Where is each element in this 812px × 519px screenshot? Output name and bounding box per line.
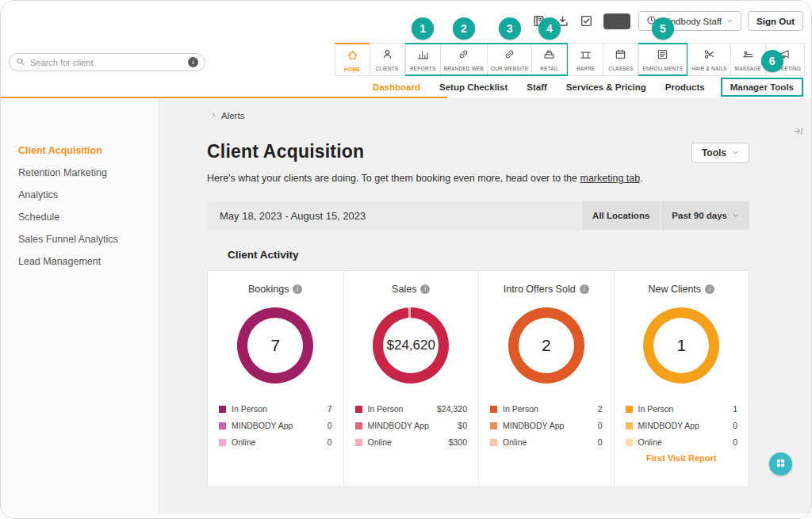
tab-clients[interactable]: CLIENTS — [370, 43, 405, 76]
tasks-icon[interactable] — [578, 13, 596, 30]
search-icon — [16, 55, 25, 70]
tab-marketing[interactable]: MARKETING6 — [765, 43, 805, 76]
header: Mindbody Staff Sign Out i HOMECLIENTSREP… — [1, 1, 811, 98]
tab-classes[interactable]: CLASSES — [603, 43, 638, 76]
donut-chart-new-clients: 1 — [643, 307, 719, 384]
calendar-icon — [615, 48, 626, 63]
legend-swatch — [490, 439, 497, 446]
legend-row: Online$300 — [355, 437, 468, 447]
tab-branded-web[interactable]: BRANDED WEB2 — [440, 44, 488, 74]
legend-label: Online — [232, 437, 255, 447]
legend-value: 0 — [327, 421, 332, 430]
breadcrumb-label: Alerts — [221, 111, 244, 120]
card-title: Sales — [392, 284, 416, 295]
person-icon — [381, 48, 393, 63]
tab-hair-nails[interactable]: HAIR & NAILS — [688, 43, 731, 76]
main-content: Alerts Client Acquisition Tools Here's w… — [159, 98, 811, 513]
subtab-manager-tools[interactable]: Manager Tools — [721, 78, 803, 97]
sidebar-item-analytics[interactable]: Analytics — [1, 184, 159, 206]
app-window: Mindbody Staff Sign Out i HOMECLIENTSREP… — [0, 0, 812, 519]
card-title: Intro Offers Sold — [504, 284, 576, 295]
legend-value: $24,320 — [437, 404, 467, 414]
legend-row: In Person2 — [490, 404, 603, 414]
info-icon: i — [188, 57, 198, 67]
metric-card-new-clients: New Clientsi1In Person1MINDBODY App0Onli… — [614, 271, 749, 487]
search-input[interactable] — [30, 58, 183, 67]
onboarding-step-group: ENROLLMENTS5 — [638, 43, 688, 76]
legend-label: In Person — [368, 404, 404, 414]
legend: In Person$24,320MINDBODY App$0Online$300 — [355, 404, 468, 447]
legend-swatch — [626, 406, 633, 413]
title-row: Client Acquisition Tools — [207, 141, 749, 163]
legend-row: Online0 — [219, 437, 332, 447]
info-icon[interactable]: i — [580, 284, 589, 294]
card-title-row: New Clientsi — [648, 284, 714, 295]
sidebar-item-schedule[interactable]: Schedule — [1, 206, 159, 228]
legend: In Person1MINDBODY App0Online0 — [626, 404, 738, 447]
tab-home[interactable]: HOME — [335, 43, 370, 76]
legend-row: In Person$24,320 — [355, 404, 468, 414]
sidebar-item-lead-management[interactable]: Lead Management — [1, 250, 159, 273]
legend-swatch — [219, 439, 226, 446]
step-badge-2: 2 — [453, 17, 475, 40]
legend-swatch — [355, 422, 362, 429]
sidebar-item-sales-funnel-analytics[interactable]: Sales Funnel Analytics — [1, 228, 159, 250]
filter-chips: All Locations Past 90 days — [582, 201, 749, 230]
info-icon[interactable]: i — [420, 284, 430, 294]
subtab-services-pricing[interactable]: Services & Pricing — [557, 82, 656, 92]
barre-icon — [580, 48, 592, 63]
donut-hole: 2 — [519, 318, 574, 373]
card-title-row: Bookingsi — [248, 284, 302, 295]
all-locations-button[interactable]: All Locations — [582, 201, 660, 230]
donut-chart-sales: $24,620 — [373, 307, 449, 384]
section-title: Client Activity — [228, 249, 749, 261]
legend-label: Online — [368, 437, 392, 447]
tab-our-website[interactable]: OUR WEBSITE3 — [487, 44, 533, 74]
subtab-setup-checklist[interactable]: Setup Checklist — [430, 82, 517, 92]
sidebar-item-retention-marketing[interactable]: Retention Marketing — [1, 162, 159, 184]
chevron-down-icon — [732, 211, 739, 220]
tab-massage[interactable]: MASSAGE — [730, 43, 766, 76]
tab-label: RETAIL — [540, 66, 558, 71]
search-bar[interactable]: i — [9, 53, 205, 71]
apps-fab-button[interactable] — [769, 452, 792, 475]
period-dropdown[interactable]: Past 90 days — [661, 201, 749, 230]
legend-row: Online0 — [626, 437, 738, 447]
sidebar-item-client-acquisition[interactable]: Client Acquisition — [1, 139, 159, 162]
legend-row: MINDBODY App0 — [626, 421, 738, 430]
breadcrumb[interactable]: Alerts — [207, 111, 244, 120]
first-visit-report-link[interactable]: First Visit Report — [646, 453, 716, 463]
tab-retail[interactable]: RETAIL4 — [531, 44, 567, 74]
marketing-tab-link[interactable]: marketing tab — [580, 173, 640, 184]
info-icon[interactable]: i — [705, 284, 714, 294]
tab-reports[interactable]: REPORTS1 — [405, 44, 441, 74]
tab-label: ENROLLMENTS — [642, 66, 683, 71]
legend: In Person7MINDBODY App0Online0 — [219, 404, 332, 447]
page-title: Client Acquisition — [207, 141, 364, 162]
legend-value: 0 — [598, 437, 603, 447]
subtab-dashboard[interactable]: Dashboard — [363, 82, 430, 92]
metric-card-sales: Salesi$24,620In Person$24,320MINDBODY Ap… — [343, 271, 479, 487]
sidebar: Client AcquisitionRetention MarketingAna… — [1, 98, 159, 513]
donut-value: 1 — [676, 336, 686, 355]
donut-hole: 1 — [653, 318, 709, 373]
donut-chart-intro-offers-sold: 2 — [508, 307, 584, 384]
tab-label: OUR WEBSITE — [491, 66, 529, 71]
subtab-staff[interactable]: Staff — [517, 82, 557, 92]
dark-button[interactable] — [603, 13, 630, 29]
donut-value: 7 — [270, 336, 280, 355]
tab-enrollments[interactable]: ENROLLMENTS5 — [638, 44, 687, 74]
legend-label: MINDBODY App — [503, 421, 564, 430]
tools-button[interactable]: Tools — [691, 143, 749, 163]
date-range[interactable]: May 18, 2023 - August 15, 2023 — [220, 210, 366, 222]
collapse-panel-icon[interactable] — [793, 125, 803, 139]
legend-label: MINDBODY App — [232, 421, 293, 430]
info-icon[interactable]: i — [293, 284, 302, 294]
card-title-row: Intro Offers Soldi — [504, 284, 589, 295]
tab-barre[interactable]: BARRE — [568, 43, 603, 76]
subtab-products[interactable]: Products — [656, 82, 714, 92]
sign-out-button[interactable]: Sign Out — [748, 11, 803, 31]
legend-swatch — [219, 422, 226, 429]
step-badge-4: 4 — [538, 17, 561, 40]
legend-value: $300 — [449, 437, 467, 447]
